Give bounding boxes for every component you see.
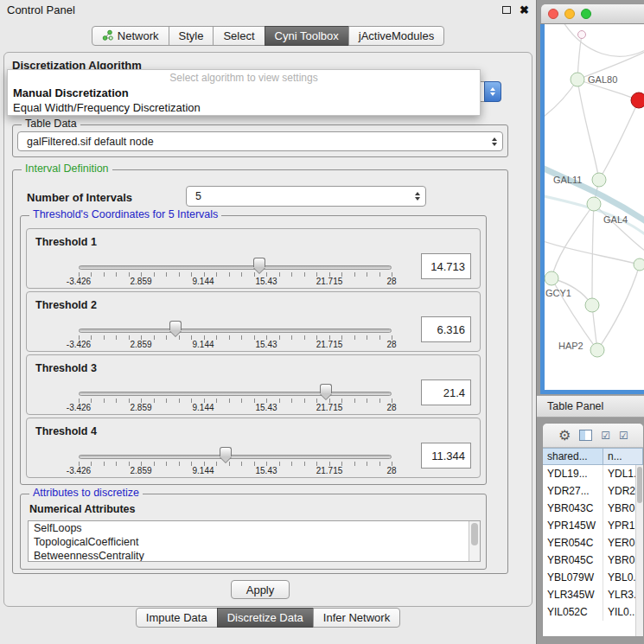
threshold-value-field[interactable]: 21.4 [421,379,471,405]
slider-track[interactable] [79,328,392,333]
scale-tick-label: 2.859 [130,340,151,349]
threshold-value-field[interactable]: 6.316 [421,316,471,342]
tab-network[interactable]: Network [92,26,169,46]
table-panel-title: Table Panel [547,400,603,412]
checkbox-select-all-icon[interactable]: ☑ [601,430,610,441]
attributes-listbox: SelfLoops TopologicalCoefficient Between… [28,520,481,562]
tab-label: Infer Network [323,611,390,624]
slider-thumb[interactable] [169,321,182,336]
table-row[interactable]: YDL19... YDL1... [543,465,643,482]
list-item[interactable]: TopologicalCoefficient [29,535,480,549]
scale-tick-label: 15.43 [255,277,277,286]
tab-select[interactable]: Select [213,26,265,46]
threshold-value-field[interactable]: 11.344 [421,443,471,469]
network-node[interactable] [578,31,586,39]
slider-thumb[interactable] [320,384,332,399]
combo-arrows-icon[interactable] [492,137,497,146]
slider-thumb[interactable] [220,447,232,462]
slider-track[interactable] [79,455,392,459]
dropdown-option-manual-discretization[interactable]: Manual Discretization [8,86,480,100]
table-row[interactable]: YPR145W YPR1... [543,517,643,534]
scale-tick-label: 2.859 [130,403,151,412]
table-row[interactable]: YIL052C YIL0... [543,603,643,621]
network-node[interactable] [634,258,644,271]
network-node-gal80[interactable] [571,73,584,86]
cell-shared-name: YDL19... [543,465,603,482]
node-label: GAL11 [553,175,582,185]
slider-thumb[interactable] [253,258,265,273]
network-node-gal11[interactable] [592,173,606,187]
number-of-intervals-combo[interactable]: 5 [186,186,426,207]
close-icon[interactable]: ✖ [520,4,529,16]
scale-tick-label: -3.426 [67,466,91,475]
zoom-traffic-light-icon[interactable] [581,9,591,19]
control-panel-window: Control Panel ✖ Network Style Select [0,0,537,644]
tab-cyni-toolbox[interactable]: Cyni Toolbox [265,26,349,46]
cell-shared-name: YBR043C [543,500,603,517]
table-row[interactable]: YER054C YER0... [543,534,643,552]
network-node[interactable] [585,298,599,312]
tab-style[interactable]: Style [169,26,214,46]
scale-tick-label: 21.715 [316,466,343,475]
table-row[interactable]: YDR27... YDR2... [543,482,643,500]
threshold-4-panel: Threshold 4 -3.426 2.859 9.144 15.43 21.… [26,418,481,478]
node-label: GCY1 [545,288,571,298]
table-row[interactable]: YLR345W YLR3... [543,586,643,603]
list-item[interactable]: BetweennessCentrality [29,549,480,562]
tab-impute-data[interactable]: Impute Data [136,608,218,628]
scale-tick-label: 9.144 [192,403,214,412]
cell-shared-name: YIL052C [543,603,603,621]
gear-icon[interactable]: ⚙ [558,429,571,443]
table-data-combo-value: galFiltered.sif default node [27,136,154,148]
scrollbar-thumb[interactable] [471,523,478,545]
threshold-label: Threshold 4 [35,425,97,437]
threshold-label: Threshold 3 [35,362,97,374]
scale-tick-label: 28 [386,277,396,286]
columns-icon[interactable] [579,430,592,441]
combo-arrows-icon[interactable] [484,81,501,102]
threshold-value-field[interactable]: 14.713 [421,253,471,279]
slider-track[interactable] [79,392,392,396]
table-row[interactable]: YBR045C YBR0... [543,552,643,569]
cell-shared-name: YLR345W [543,586,603,603]
float-window-icon[interactable] [502,6,511,14]
table-data-combo[interactable]: galFiltered.sif default node [17,131,503,151]
column-header-name[interactable]: n... [603,448,643,465]
list-item[interactable]: SelfLoops [29,521,480,535]
tab-infer-network[interactable]: Infer Network [313,608,400,628]
slider-track[interactable] [79,265,392,270]
bottom-tab-bar: Impute Data Discretize Data Infer Networ… [0,608,536,628]
network-view-window: GAL80 GAL11 GAL4 GCY1 HAP2 [540,3,644,394]
table-scrollbar[interactable] [635,465,643,636]
close-traffic-light-icon[interactable] [548,9,558,19]
table-row[interactable]: YBL079W YBL0... [543,569,643,586]
table-row[interactable]: YBR043C YBR0... [543,500,643,517]
column-header-shared-name[interactable]: shared... [543,448,603,465]
network-node-selected-red[interactable] [631,92,644,108]
network-node-gcy1[interactable] [545,271,558,285]
tab-discretize-data[interactable]: Discretize Data [217,608,314,628]
network-node-hap2[interactable] [590,343,604,357]
scale-tick-label: 9.144 [192,277,214,286]
dropdown-option-equal-width-frequency[interactable]: Equal Width/Frequency Discretization [8,100,480,115]
network-canvas[interactable]: GAL80 GAL11 GAL4 GCY1 HAP2 [540,24,644,394]
node-label: HAP2 [558,341,583,351]
number-of-intervals-value: 5 [195,190,201,202]
node-label: GAL80 [588,74,617,85]
tab-label: Style [179,29,204,42]
scale-tick-label: 21.715 [316,403,343,412]
algorithm-dropdown-popup: Select algorithm to view settings Manual… [7,69,481,116]
network-graph: GAL80 GAL11 GAL4 GCY1 HAP2 [545,24,644,390]
scrollbar-thumb[interactable] [637,467,642,503]
apply-button[interactable]: Apply [231,580,290,599]
interval-definition-group: Interval Definition Number of Intervals … [12,169,508,574]
minimize-traffic-light-icon[interactable] [564,9,575,19]
combo-arrows-icon[interactable] [415,192,420,201]
tab-jactivemodules[interactable]: jActiveModules [348,26,444,46]
checkbox-select-icon[interactable]: ☑ [619,430,628,441]
network-node-gal4[interactable] [587,197,601,211]
threshold-label: Threshold 2 [35,299,97,311]
scale-tick-label: 2.859 [130,466,151,475]
cell-shared-name: YBR045C [543,552,603,569]
list-scrollbar[interactable] [469,521,480,561]
